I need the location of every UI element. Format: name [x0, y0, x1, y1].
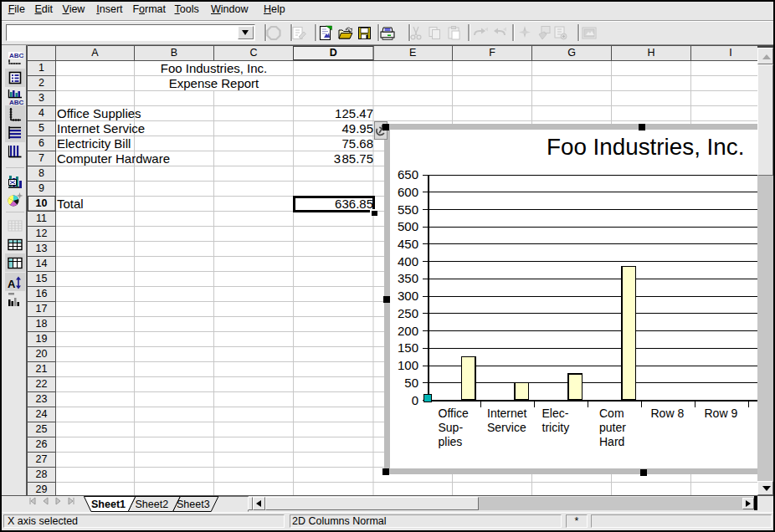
svg-text:Sheet3: Sheet3	[177, 499, 210, 510]
svg-text:Sheet1: Sheet1	[91, 499, 126, 510]
svg-text:Sheet2: Sheet2	[136, 499, 169, 510]
